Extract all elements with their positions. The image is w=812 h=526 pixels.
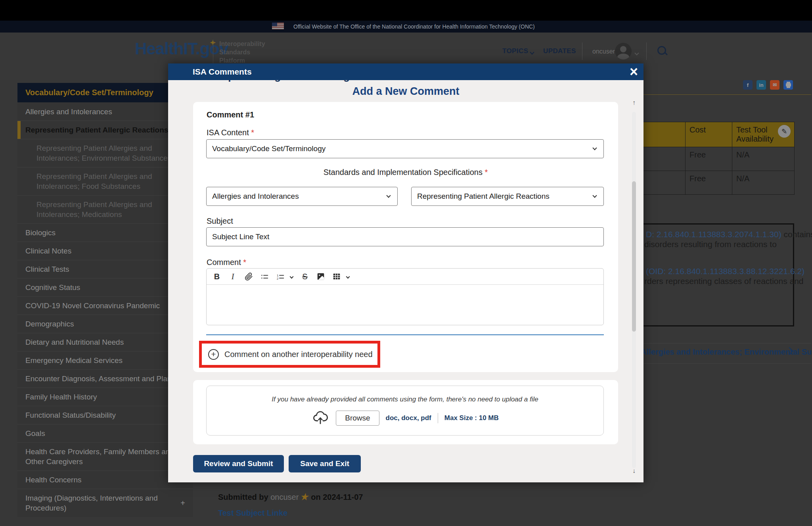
isa-content-select[interactable]: Vocabulary/Code Set/Terminology xyxy=(206,139,604,158)
nav-topics[interactable]: TOPICS xyxy=(502,47,528,55)
italic-icon[interactable]: I xyxy=(226,270,239,283)
facebook-icon[interactable]: f xyxy=(743,80,753,90)
sidebar-item[interactable]: Biologics xyxy=(17,223,193,242)
info-line: rders representing classes of reactions … xyxy=(644,276,804,286)
comment-number: Comment #1 xyxy=(207,110,254,119)
sidebar-nav: Vocabulary/Code Set/Terminology Allergie… xyxy=(17,83,193,517)
max-size-label: Max Size : 10 MB xyxy=(444,414,499,422)
numbered-list-icon[interactable]: 12 xyxy=(274,270,287,283)
star-icon: ★ xyxy=(300,492,310,502)
chevron-down-icon[interactable] xyxy=(635,49,638,56)
close-icon[interactable]: × xyxy=(630,64,638,79)
sidebar-item[interactable]: Cognitive Status xyxy=(17,278,193,296)
sidebar-item[interactable]: COVID-19 Novel Coronavirus Pandemic xyxy=(17,296,193,315)
sidebar-item[interactable]: Imaging (Diagnostics, Interventions and … xyxy=(17,489,193,517)
strikethrough-icon[interactable]: S xyxy=(299,270,311,283)
sidebar-item[interactable]: Representing Patient Allergies and Intol… xyxy=(17,139,193,167)
upload-card: If you have already provided all comment… xyxy=(193,380,618,444)
standards-category-select[interactable]: Allergies and Intolerances xyxy=(206,187,398,206)
chevron-down-icon xyxy=(592,146,597,150)
sidebar-item[interactable]: Clinical Notes xyxy=(17,242,193,260)
linkedin-icon[interactable]: in xyxy=(756,80,766,90)
chevron-down-icon[interactable] xyxy=(287,270,295,283)
nav-separator xyxy=(582,42,582,60)
table-header-cost: Cost xyxy=(686,122,732,147)
sidebar-item[interactable]: Demographics xyxy=(17,315,193,333)
info-line: D: 2.16.840.1.113883.3.2074.1.1.30) cont… xyxy=(646,229,812,239)
modal-scrollbar-thumb[interactable] xyxy=(632,181,636,332)
bullet-list-icon[interactable] xyxy=(258,270,271,283)
oid-link[interactable]: D: 2.16.840.1.113883.3.2074.1.1.30) xyxy=(646,230,781,239)
comment-editor[interactable]: B I 12 S xyxy=(206,268,604,325)
browse-button[interactable]: Browse xyxy=(336,411,379,426)
sidebar-item-list: Allergies and Intolerances Representing … xyxy=(17,102,193,517)
page: Official Website of The Office of the Na… xyxy=(0,0,812,526)
sidebar-item-label: Emergency Medical Services xyxy=(25,355,123,365)
add-another-comment-label: Comment on another interoperability need xyxy=(224,350,373,359)
standards-table: erally uired Cost Test Tool Availability… xyxy=(618,122,795,195)
search-icon[interactable] xyxy=(657,45,668,57)
add-another-comment-button[interactable]: + Comment on another interoperability ne… xyxy=(199,341,380,368)
modal-body: Representing Patient Allergic Reactions … xyxy=(168,80,643,482)
sidebar-item-label: Biologics xyxy=(25,228,56,238)
add-comment-heading: Add a New Comment xyxy=(168,85,643,98)
sidebar-item[interactable]: Representing Patient Allergies and Intol… xyxy=(17,195,193,223)
upload-dropzone[interactable]: If you have already provided all comment… xyxy=(206,386,604,436)
sidebar-header-vocabulary[interactable]: Vocabulary/Code Set/Terminology xyxy=(17,83,193,102)
print-icon[interactable] xyxy=(783,80,793,90)
sidebar-item-label: Dietary and Nutritional Needs xyxy=(25,337,124,347)
sidebar-item[interactable]: Functional Status/Disability xyxy=(17,406,193,424)
sidebar-item-label: Encounter Diagnosis, Assessment and Plan xyxy=(25,374,172,384)
plus-circle-icon: + xyxy=(208,349,219,360)
sidebar-item[interactable]: Encounter Diagnosis, Assessment and Plan xyxy=(17,369,193,388)
subject-input[interactable]: Subject Line Text xyxy=(206,227,604,246)
scroll-up-icon[interactable]: ↑ xyxy=(630,99,638,106)
svg-text:1: 1 xyxy=(276,273,278,277)
standards-topic-select[interactable]: Representing Patient Allergic Reactions xyxy=(411,187,604,206)
sidebar-item[interactable]: Representing Patient Allergies and Intol… xyxy=(17,167,193,195)
sidebar-item-label: Imaging (Diagnostics, Interventions and … xyxy=(25,493,180,513)
email-icon[interactable]: ✉ xyxy=(770,80,779,90)
share-icons: f in ✉ xyxy=(743,80,793,90)
nav-updates[interactable]: UPDATES xyxy=(543,47,576,55)
sidebar-item[interactable]: Goals xyxy=(17,424,193,442)
sidebar-item[interactable]: Family Health History xyxy=(17,388,193,406)
code-system-info-box: D: 2.16.840.1.113883.3.2074.1.1.30) cont… xyxy=(618,223,794,326)
comment-subject-link[interactable]: Test Subject Linke xyxy=(218,509,287,518)
table-icon[interactable] xyxy=(330,270,343,283)
logo-divider xyxy=(213,40,213,64)
sidebar-item[interactable]: Allergies and Intolerances xyxy=(17,102,193,121)
clipped-page-heading: Representing Patient Allergic Reactions xyxy=(215,80,410,83)
edit-pencil-icon[interactable]: ✎ xyxy=(778,125,791,138)
nav-separator xyxy=(646,42,647,60)
sidebar-item-label: Allergies and Intolerances xyxy=(25,107,112,117)
image-icon[interactable] xyxy=(314,270,327,283)
user-avatar[interactable] xyxy=(615,43,632,60)
table-row: Free N/A xyxy=(618,171,795,195)
expand-plus-icon[interactable]: + xyxy=(180,498,185,508)
site-tagline: Interoperability Standards Platform xyxy=(219,40,265,65)
sidebar-item[interactable]: Dietary and Nutritional Needs xyxy=(17,333,193,351)
scroll-down-icon[interactable]: ↓ xyxy=(630,467,638,474)
healthit-logo[interactable]: HealthIT.go✦v xyxy=(135,39,228,58)
divider xyxy=(438,413,438,423)
upload-note: If you have already provided all comment… xyxy=(207,395,603,403)
bold-icon[interactable]: B xyxy=(211,270,223,283)
required-marker: * xyxy=(251,128,254,137)
submitter-name: oncuser xyxy=(270,493,301,501)
chevron-down-icon xyxy=(386,193,391,198)
sidebar-item-label: Clinical Notes xyxy=(25,246,71,256)
sidebar-item-label: Family Health History xyxy=(25,392,97,402)
review-and-submit-button[interactable]: Review and Submit xyxy=(193,455,284,472)
save-and-exit-button[interactable]: Save and Exit xyxy=(289,455,361,472)
sidebar-item[interactable]: Health Concerns + xyxy=(17,470,193,489)
sidebar-item[interactable]: Clinical Tests xyxy=(17,260,193,278)
chevron-down-icon[interactable] xyxy=(344,270,352,283)
sidebar-item[interactable]: Health Care Providers, Family Members an… xyxy=(17,442,193,470)
link-icon[interactable] xyxy=(242,270,255,283)
sidebar-item[interactable]: Representing Patient Allergic Reactions xyxy=(17,121,193,139)
standards-label: Standards and Implementation Specificati… xyxy=(193,168,618,177)
sidebar-item[interactable]: Emergency Medical Services xyxy=(17,351,193,369)
comment-textarea[interactable] xyxy=(207,285,603,325)
oid-link[interactable]: (OID: 2.16.840.1.113883.3.88.12.3221.6.2… xyxy=(646,267,804,276)
